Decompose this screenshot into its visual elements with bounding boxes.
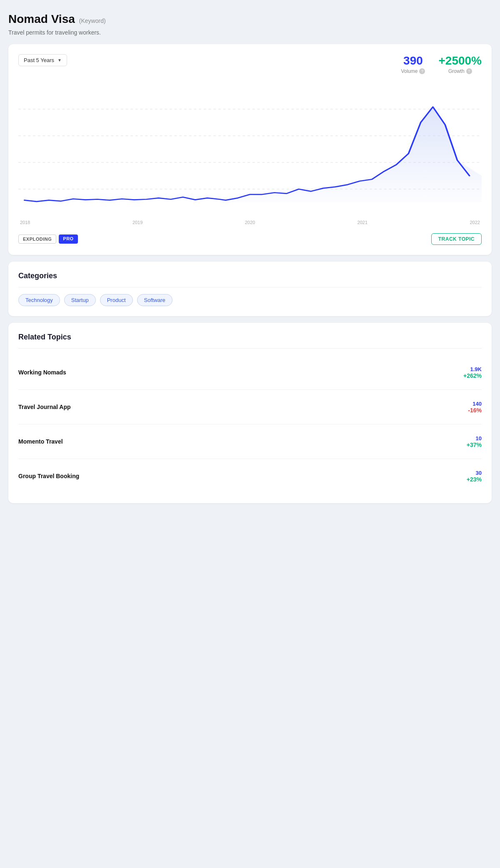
categories-card: Categories TechnologyStartupProductSoftw… [8,262,492,316]
categories-title: Categories [18,272,482,280]
related-topic-row[interactable]: Working Nomads1.9K+262% [18,355,482,390]
x-label-2018: 2018 [20,220,30,225]
related-topics-title: Related Topics [18,333,482,342]
track-topic-button[interactable]: TRACK TOPIC [431,233,482,245]
topic-volume: 140 [448,401,482,407]
page-title: Nomad Visa [8,12,75,26]
related-topics-list: Working Nomads1.9K+262%Travel Journal Ap… [18,355,482,493]
topic-name: Momento Travel [18,438,85,445]
x-label-2021: 2021 [358,220,368,225]
topic-stats: 140-16% [448,401,482,414]
category-pill[interactable]: Software [137,294,172,306]
chart-card: Past 5 Years ▼ 390 Volume ? +2500% Growt… [8,44,492,255]
volume-label: Volume [401,68,418,74]
topic-volume: 30 [448,470,482,476]
time-select-dropdown[interactable]: Past 5 Years ▼ [18,54,67,66]
tag-group: EXPLODING PRO [18,234,78,244]
growth-stat: +2500% Growth ? [438,54,482,74]
growth-value: +2500% [438,54,482,67]
categories-divider [18,287,482,287]
topic-stats: 10+37% [448,435,482,448]
topic-name: Group Travel Booking [18,473,85,479]
related-topics-divider [18,348,482,349]
x-label-2022: 2022 [470,220,480,225]
stats-group: 390 Volume ? +2500% Growth ? [401,54,482,74]
mini-chart [92,397,442,417]
related-topics-card: Related Topics Working Nomads1.9K+262%Tr… [8,323,492,503]
chevron-down-icon: ▼ [58,58,62,62]
exploding-tag: EXPLODING [18,234,56,244]
category-pill[interactable]: Technology [18,294,60,306]
mini-chart [92,466,442,486]
chart-container: 2018 2019 2020 2021 2022 [18,82,482,225]
related-topic-row[interactable]: Group Travel Booking30+23% [18,459,482,493]
mini-chart [92,362,442,383]
x-axis-labels: 2018 2019 2020 2021 2022 [18,217,482,225]
topic-growth: +23% [448,476,482,483]
trend-chart [18,82,482,216]
time-select-label: Past 5 Years [24,57,54,63]
pro-tag[interactable]: PRO [59,234,78,244]
growth-help-icon[interactable]: ? [466,68,472,74]
topic-growth: -16% [448,407,482,414]
volume-help-icon[interactable]: ? [419,68,425,74]
topic-volume: 10 [448,435,482,441]
volume-stat: 390 Volume ? [401,54,425,74]
page-description: Travel permits for traveling workers. [8,29,492,36]
keyword-tag: (Keyword) [79,17,106,24]
categories-row: TechnologyStartupProductSoftware [18,294,482,306]
volume-value: 390 [401,54,425,67]
chart-header: Past 5 Years ▼ 390 Volume ? +2500% Growt… [18,54,482,74]
topic-name: Travel Journal App [18,404,85,410]
related-topic-row[interactable]: Travel Journal App140-16% [18,390,482,424]
x-label-2019: 2019 [132,220,142,225]
topic-growth: +37% [448,441,482,448]
topic-stats: 1.9K+262% [448,366,482,379]
topic-volume: 1.9K [448,366,482,372]
growth-label: Growth [448,68,465,74]
related-topic-row[interactable]: Momento Travel10+37% [18,424,482,459]
topic-growth: +262% [448,372,482,379]
page-header: Nomad Visa (Keyword) Travel permits for … [8,12,492,36]
chart-footer: EXPLODING PRO TRACK TOPIC [18,233,482,245]
category-pill[interactable]: Startup [64,294,96,306]
x-label-2020: 2020 [245,220,255,225]
category-pill[interactable]: Product [100,294,133,306]
topic-stats: 30+23% [448,470,482,483]
mini-chart [92,431,442,452]
topic-name: Working Nomads [18,369,85,376]
